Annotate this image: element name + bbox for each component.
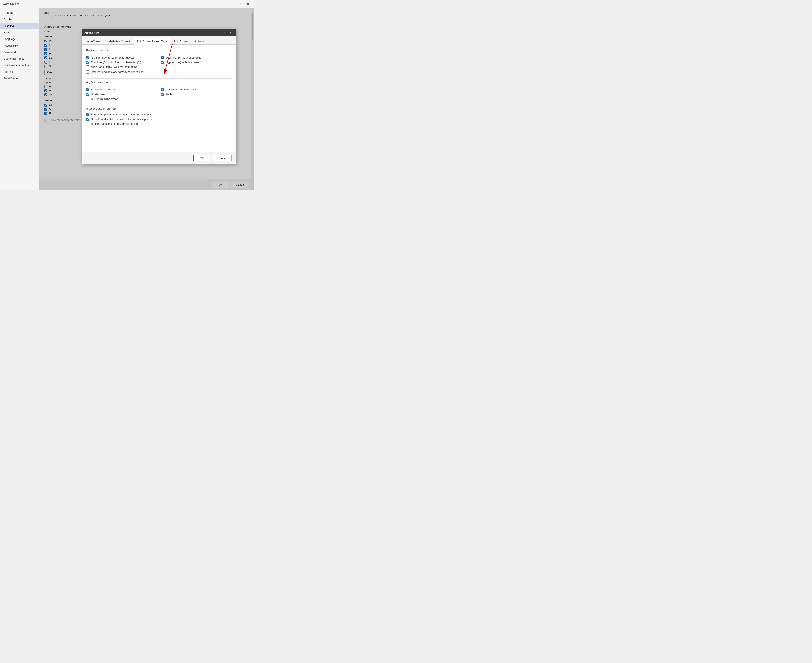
label-bulleted: Automatic bulleted lists [91, 88, 119, 91]
label-heading-styles: Built-in Heading styles [91, 97, 118, 100]
label-border-lines: Border lines [91, 92, 105, 96]
label-numbered: Automatic numbered lists [166, 88, 197, 91]
sidebar-item-display[interactable]: Display [0, 16, 39, 23]
checkbox-fractions[interactable] [86, 61, 89, 64]
modal-titlebar: AutoCorrect ? ✕ [82, 29, 236, 36]
label-define-styles: Define styles based on your formatting [91, 122, 138, 125]
checkbox-format-list[interactable] [86, 113, 89, 116]
checkbox-numbered[interactable] [161, 88, 164, 91]
tab-autocorrect[interactable]: AutoCorrect [84, 38, 105, 44]
label-format-list: Format beginning of list item like the o… [91, 113, 151, 116]
checkbox-tabs-backspaces[interactable] [86, 118, 89, 121]
sidebar-item-trust-center[interactable]: Trust Center [0, 75, 39, 82]
modal-ok-button[interactable]: OK [194, 155, 210, 161]
checkbox-heading-styles[interactable] [86, 97, 89, 100]
modal-controls: ? ✕ [221, 30, 233, 36]
label-hyperlinks: Internet and network paths with hyperlin… [91, 70, 144, 74]
sidebar: General Display Proofing Save Language A… [0, 8, 39, 190]
sidebar-item-proofing[interactable]: Proofing [0, 23, 39, 29]
autocorrect-modal: AutoCorrect ? ✕ AutoCorrect Math AutoCor… [82, 29, 236, 164]
title-bar-controls: ? ✕ [238, 1, 251, 7]
checkbox-row-fractions: Fractions (1/2) with fraction character … [86, 61, 157, 64]
tab-math-autocorrect[interactable]: Math AutoCorrect [105, 38, 133, 44]
apply-right-col: Automatic numbered lists Tables [161, 86, 231, 102]
sidebar-item-language[interactable]: Language [0, 36, 39, 42]
sidebar-item-general[interactable]: General [0, 10, 39, 16]
replace-columns: “Straight quotes” with “smart quotes” Fr… [86, 55, 231, 76]
checkbox-row-hyperlinks: Internet and network paths with hyperlin… [86, 70, 157, 74]
checkbox-hyperlinks[interactable] [86, 70, 89, 74]
label-tables: Tables [166, 92, 174, 96]
label-hyphens: Hyphens (--) with dash (—) [166, 61, 199, 64]
sidebar-item-advanced[interactable]: Advanced [0, 49, 39, 55]
modal-cancel-button[interactable]: Cancel [212, 155, 231, 161]
checkbox-row-tabs-backspaces: Set left- and first-indent with tabs and… [86, 118, 231, 121]
checkbox-border-lines[interactable] [86, 92, 89, 96]
checkbox-ordinals[interactable] [161, 56, 164, 59]
modal-tabs: AutoCorrect Math AutoCorrect AutoFormat … [82, 36, 236, 45]
sidebar-item-quick-access[interactable]: Quick Access Toolbar [0, 62, 39, 68]
sidebar-item-save[interactable]: Save [0, 29, 39, 36]
checkbox-row-bulleted: Automatic bulleted lists [86, 88, 157, 91]
checkbox-row-numbered: Automatic numbered lists [161, 88, 231, 91]
checkbox-bulleted[interactable] [86, 88, 89, 91]
sidebar-item-accessibility[interactable]: Accessibility [0, 42, 39, 49]
title-bar: Word Options ? ✕ [0, 0, 254, 8]
replace-left-col: “Straight quotes” with “smart quotes” Fr… [86, 55, 157, 76]
checkbox-row-tables: Tables [161, 92, 231, 96]
apply-section-title: Apply as you type [86, 81, 231, 84]
label-fractions: Fractions (1/2) with fraction character … [91, 61, 141, 64]
apply-left-col: Automatic bulleted lists Border lines Bu… [86, 86, 157, 102]
tab-actions[interactable]: Actions [192, 38, 207, 44]
label-tabs-backspaces: Set left- and first-indent with tabs and… [91, 118, 152, 121]
main-content: General Display Proofing Save Language A… [0, 8, 254, 190]
checkbox-straight-quotes[interactable] [86, 56, 89, 59]
checkbox-row-heading-styles: Built-in Heading styles [86, 97, 157, 100]
checkbox-bold-italic[interactable] [86, 65, 89, 68]
checkbox-row-hyphens: Hyphens (--) with dash (—) [161, 61, 231, 64]
modal-overlay: AutoCorrect ? ✕ AutoCorrect Math AutoCor… [39, 8, 254, 190]
auto-section-title: Automatically as you type [86, 107, 231, 110]
checkbox-row-bold-italic: *Bold* and _italic_ with real formatting [86, 65, 157, 68]
replace-section-title: Replace as you type [86, 49, 231, 52]
checkbox-row-border-lines: Border lines [86, 92, 157, 96]
checkbox-row-define-styles: Define styles based on your formatting [86, 122, 231, 125]
checkbox-row-format-list: Format beginning of list item like the o… [86, 113, 231, 116]
modal-title: AutoCorrect [84, 31, 99, 34]
checkbox-row-ordinals: Ordinals (1st) with superscript [161, 56, 231, 59]
window-title: Word Options [3, 2, 19, 5]
apply-columns: Automatic bulleted lists Border lines Bu… [86, 86, 231, 102]
label-ordinals: Ordinals (1st) with superscript [166, 56, 202, 59]
checkbox-tables[interactable] [161, 92, 164, 96]
modal-close-button[interactable]: ✕ [228, 30, 233, 36]
label-bold-italic: *Bold* and _italic_ with real formatting [91, 65, 137, 68]
tab-autoformat-as-you-type[interactable]: AutoFormat As You Type [134, 38, 170, 45]
sidebar-item-customize-ribbon[interactable]: Customize Ribbon [0, 55, 39, 62]
modal-help-button[interactable]: ? [221, 30, 226, 36]
divider-1 [86, 78, 231, 79]
checkbox-hyphens[interactable] [161, 61, 164, 64]
tab-autoformat[interactable]: AutoFormat [170, 38, 191, 44]
replace-right-col: Ordinals (1st) with superscript Hyphens … [161, 55, 231, 76]
help-button[interactable]: ? [238, 1, 244, 7]
word-options-window: Word Options ? ✕ General Display Proofin… [0, 0, 254, 190]
right-panel: abc ✓ Change how Word corrects and forma… [39, 8, 254, 190]
checkbox-row-straight-quotes: “Straight quotes” with “smart quotes” [86, 56, 157, 59]
modal-body: Replace as you type “Straight quotes” wi… [82, 45, 236, 152]
label-straight-quotes: “Straight quotes” with “smart quotes” [91, 56, 135, 59]
sidebar-item-add-ins[interactable]: Add-ins [0, 68, 39, 75]
close-button[interactable]: ✕ [245, 1, 251, 7]
checkbox-define-styles[interactable] [86, 122, 89, 125]
modal-footer: OK Cancel [82, 152, 236, 164]
